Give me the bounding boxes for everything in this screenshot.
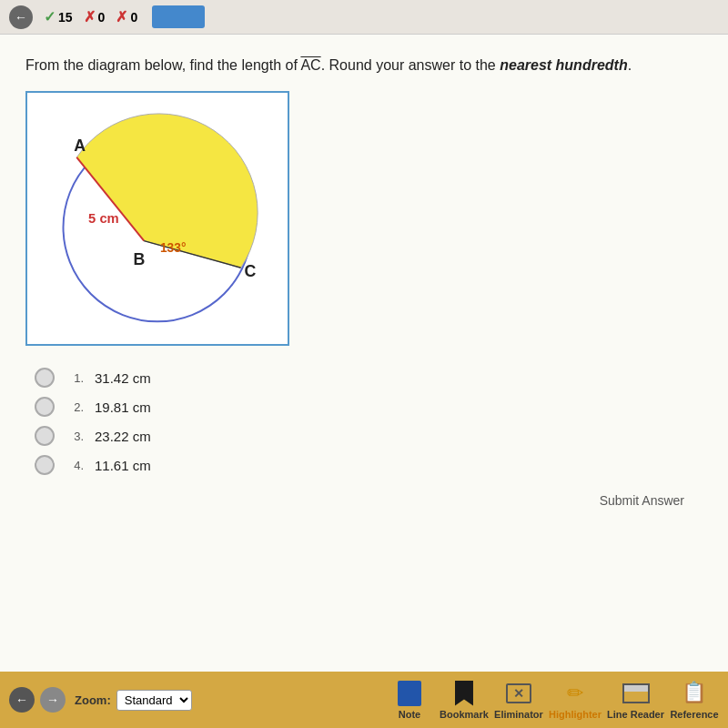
highlighter-label: Highlighter bbox=[549, 709, 602, 720]
linereader-icon-shape bbox=[622, 683, 650, 703]
choice-row-2: 2. 19.81 cm bbox=[35, 397, 703, 417]
choice-num-1: 1. bbox=[66, 371, 84, 385]
submit-button[interactable]: Submit Answer bbox=[600, 493, 684, 508]
reference-label: Reference bbox=[670, 709, 718, 720]
choices-container: 1. 31.42 cm 2. 19.81 cm 3. 23.22 cm 4. 1… bbox=[35, 368, 703, 475]
bookmark-tool[interactable]: Bookmark bbox=[440, 681, 489, 720]
linereader-tool[interactable]: Line Reader bbox=[607, 681, 664, 720]
note-icon-shape bbox=[398, 681, 421, 706]
point-b-label: B bbox=[133, 250, 145, 268]
submit-row: Submit Answer bbox=[25, 493, 703, 508]
content-wrapper: From the diagram below, find the length … bbox=[0, 35, 728, 706]
choice-num-4: 4. bbox=[66, 459, 84, 472]
diagram-svg: A B C 5 cm 133° bbox=[27, 93, 288, 344]
bookmark-icon bbox=[450, 681, 479, 706]
linereader-label: Line Reader bbox=[607, 709, 664, 720]
x-icon-2: ✗ bbox=[116, 8, 127, 25]
choice-radio-3[interactable] bbox=[35, 426, 55, 446]
back-nav-button[interactable]: ← bbox=[9, 5, 33, 29]
angle-label: 133° bbox=[160, 241, 187, 255]
main-content: From the diagram below, find the length … bbox=[0, 35, 728, 681]
zoom-select[interactable]: Standard bbox=[116, 690, 192, 711]
choice-row-1: 1. 31.42 cm bbox=[35, 368, 703, 388]
note-label: Note bbox=[399, 709, 420, 720]
choice-radio-4[interactable] bbox=[35, 455, 55, 475]
correct-count: 15 bbox=[58, 10, 73, 25]
choice-label-4: 11.61 cm bbox=[95, 458, 151, 473]
highlighter-tool[interactable]: ✏ Highlighter bbox=[549, 681, 602, 720]
next-button[interactable]: → bbox=[40, 687, 66, 713]
x-icon-1: ✗ bbox=[84, 8, 96, 25]
wrong-count-1: 0 bbox=[98, 10, 106, 25]
diagram-box: A B C 5 cm 133° bbox=[25, 91, 289, 346]
bottom-toolbar: ← → Zoom: Standard Note Bookmark ✕ Elimi… bbox=[0, 672, 728, 728]
eliminator-icon: ✕ bbox=[504, 681, 533, 706]
bookmark-label: Bookmark bbox=[440, 709, 489, 720]
highlighter-icon: ✏ bbox=[561, 681, 590, 706]
choice-label-3: 23.22 cm bbox=[95, 429, 151, 444]
note-tool[interactable]: Note bbox=[385, 681, 434, 720]
question-text-after: . Round your answer to the bbox=[321, 57, 500, 73]
bookmark-icon-shape bbox=[455, 681, 473, 706]
emphasis-text: nearest hundredth bbox=[500, 57, 627, 73]
arc-label: AC bbox=[300, 57, 320, 73]
choice-label-1: 31.42 cm bbox=[95, 370, 151, 386]
highlighter-icon-shape: ✏ bbox=[567, 682, 583, 705]
choice-num-2: 2. bbox=[66, 400, 84, 414]
linereader-icon bbox=[622, 681, 651, 706]
check-icon: ✓ bbox=[44, 8, 56, 25]
wrong-score-1: ✗ 0 bbox=[84, 8, 106, 25]
eliminator-icon-shape: ✕ bbox=[506, 683, 531, 703]
choice-radio-1[interactable] bbox=[35, 368, 55, 388]
wrong-score-2: ✗ 0 bbox=[116, 8, 137, 25]
point-a-label: A bbox=[74, 136, 86, 155]
point-c-label: C bbox=[245, 262, 257, 280]
question-text-end: . bbox=[628, 57, 632, 73]
prev-button[interactable]: ← bbox=[9, 687, 35, 713]
reference-tool[interactable]: 📋 Reference bbox=[670, 681, 719, 720]
correct-score: ✓ 15 bbox=[44, 8, 73, 25]
zoom-label: Zoom: bbox=[75, 693, 111, 707]
reference-icon-shape: 📋 bbox=[682, 681, 707, 706]
top-bar: ← ✓ 15 ✗ 0 ✗ 0 bbox=[0, 0, 728, 35]
question-text-before: From the diagram below, find the length … bbox=[25, 57, 300, 73]
choice-label-2: 19.81 cm bbox=[95, 399, 151, 415]
note-icon bbox=[395, 681, 424, 706]
wrong-count-2: 0 bbox=[130, 10, 137, 25]
choice-row-3: 3. 23.22 cm bbox=[35, 426, 703, 446]
radius-label: 5 cm bbox=[88, 211, 119, 226]
choice-num-3: 3. bbox=[66, 430, 84, 443]
eliminator-label: Eliminator bbox=[494, 709, 543, 720]
choice-row-4: 4. 11.61 cm bbox=[35, 455, 703, 475]
eliminator-tool[interactable]: ✕ Eliminator bbox=[494, 681, 543, 720]
question-text: From the diagram below, find the length … bbox=[25, 55, 703, 76]
choice-radio-2[interactable] bbox=[35, 397, 55, 417]
action-button[interactable] bbox=[152, 5, 205, 28]
reference-icon: 📋 bbox=[680, 681, 709, 706]
